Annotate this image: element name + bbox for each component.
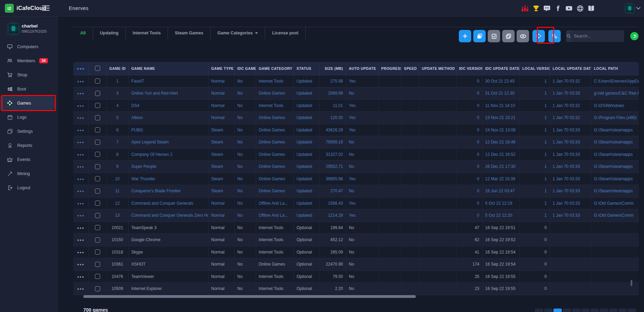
row-actions-menu[interactable]: ●●● — [73, 270, 88, 283]
sidebar-item-logs[interactable]: Logs — [0, 110, 55, 124]
table-row[interactable]: ●●●10150Google ChromeNormalNoInternet To… — [73, 234, 639, 246]
column-header-size_mb[interactable]: SIZE (MB) — [319, 62, 346, 75]
cell-game_name[interactable]: TeamViewer — [128, 270, 208, 283]
sidebar-item-members[interactable]: Members 34 — [0, 54, 55, 68]
row-checkbox[interactable] — [95, 115, 100, 120]
facebook-icon[interactable] — [554, 4, 562, 12]
sidebar-item-games[interactable]: Games — [0, 96, 55, 110]
table-row[interactable]: ●●●13Command and Conquer Generals Zero H… — [73, 209, 639, 222]
game-gears-button[interactable] — [548, 30, 561, 42]
table-row[interactable]: ●●●3Online-Yuri and Red AlertNormalNoOnl… — [73, 87, 639, 100]
user-menu[interactable] — [626, 0, 641, 17]
sidebar-item-shop[interactable]: Shop — [0, 68, 55, 82]
column-header-local_path[interactable]: LOCAL PATH — [591, 62, 639, 75]
table-row[interactable]: ●●●5AlbionNormalNoOnline GamesUpdated120… — [73, 112, 639, 124]
row-actions-menu[interactable]: ●●● — [73, 222, 88, 234]
sidebar-item-logout[interactable]: Logout — [0, 181, 55, 195]
pagination-page[interactable] — [572, 309, 580, 312]
row-checkbox[interactable] — [95, 274, 100, 279]
row-checkbox[interactable] — [95, 225, 100, 230]
column-header-idc_update_date[interactable]: IDC UPDATE DATE — [482, 62, 519, 75]
row-checkbox[interactable] — [95, 189, 100, 194]
column-header-local_version[interactable]: LOCAL VERSION — [519, 62, 550, 75]
row-actions-menu[interactable]: ●●● — [73, 246, 88, 258]
copy-button[interactable] — [473, 30, 486, 42]
column-header-game_id[interactable]: GAME ID — [106, 62, 128, 75]
row-actions-menu[interactable]: ●●● — [73, 234, 88, 246]
row-actions-menu[interactable]: ●●● — [73, 75, 88, 87]
cell-game_name[interactable]: PUBG — [128, 124, 208, 136]
table-row[interactable]: ●●●8Company Of Heroes 2SteamNoOnline Gam… — [73, 148, 639, 161]
table-row[interactable]: ●●●10021TeamSpeak 3NormalNoInternet Tool… — [73, 222, 639, 234]
discord-icon[interactable] — [543, 4, 551, 12]
sidebar-item-boot[interactable]: Boot — [0, 82, 55, 96]
row-actions-menu[interactable]: ●●● — [73, 87, 88, 100]
row-checkbox[interactable] — [95, 249, 100, 255]
table-row[interactable]: ●●●10War ThunderSteamNoOnline GamesUpdat… — [73, 173, 639, 185]
cell-game_name[interactable]: Command and Conquer Generals Zero Hour — [128, 209, 208, 222]
sidebar-item-settings[interactable]: Settings — [0, 124, 55, 138]
header-select-all[interactable] — [88, 62, 106, 75]
row-actions-menu[interactable]: ●●● — [73, 124, 88, 136]
column-header-progress[interactable]: PROGRESS — [378, 62, 401, 75]
column-header-local_update_date[interactable]: LOCAL UPDATE DATE — [550, 62, 591, 75]
header-actions[interactable]: ●●● — [73, 62, 88, 75]
cell-game_name[interactable]: Conqueror's Blade Frontier — [128, 185, 208, 197]
search-input[interactable] — [571, 34, 632, 39]
horizontal-scrollbar[interactable] — [83, 295, 416, 298]
pagination-page[interactable] — [609, 309, 617, 312]
tab-license-pool[interactable]: License pool — [265, 27, 305, 39]
row-checkbox[interactable] — [95, 140, 100, 145]
cell-game_name[interactable]: Internet Explorer — [128, 283, 208, 295]
add-button[interactable] — [459, 30, 471, 42]
guide-book-icon[interactable] — [587, 4, 595, 12]
cell-game_name[interactable]: FaceIT — [128, 75, 208, 87]
cell-game_name[interactable]: War Thunder — [128, 173, 208, 185]
cell-game_name[interactable]: TeamSpeak 3 — [128, 222, 208, 234]
pagination-page[interactable] — [628, 309, 636, 312]
sidebar-item-mining[interactable]: Mining — [0, 166, 55, 181]
row-checkbox[interactable] — [95, 78, 100, 84]
duplicate-button[interactable] — [502, 30, 515, 42]
ranking-icon[interactable] — [521, 4, 529, 12]
table-row[interactable]: ●●●10509Internet ExplorerNormalNoInterne… — [73, 283, 639, 295]
youtube-icon[interactable] — [565, 4, 573, 12]
pagination-page[interactable] — [535, 309, 543, 312]
row-actions-menu[interactable]: ●●● — [73, 197, 88, 209]
table-row[interactable]: ●●●10476TeamViewerNormalNoInternet Tools… — [73, 270, 639, 283]
table-row[interactable]: ●●●4DS4NormalNoInternet ToolsUpdated11.0… — [73, 99, 639, 112]
tab-game-categories[interactable]: Game Categories — [211, 27, 265, 39]
sidebar-item-reports[interactable]: Reports — [0, 138, 55, 152]
game-diamond-button[interactable] — [532, 30, 545, 42]
cell-game_name[interactable]: Skype — [128, 246, 208, 258]
cell-game_name[interactable]: Google Chrome — [128, 234, 208, 246]
cell-game_name[interactable]: DS4 — [128, 99, 208, 112]
row-actions-menu[interactable]: ●●● — [73, 161, 88, 173]
cell-game_name[interactable]: Super People — [128, 161, 208, 173]
tab-all[interactable]: All — [73, 27, 93, 39]
column-header-idc_game[interactable]: IDC GAME — [234, 62, 256, 75]
row-checkbox[interactable] — [95, 237, 100, 243]
row-actions-menu[interactable]: ●●● — [73, 258, 88, 271]
cell-game_name[interactable]: Online-Yuri and Red Alert — [128, 87, 208, 100]
column-header-status[interactable]: STATUS — [294, 62, 319, 75]
row-checkbox[interactable] — [95, 201, 100, 206]
column-header-speed[interactable]: SPEED — [401, 62, 419, 75]
globe-icon[interactable] — [576, 4, 584, 12]
cell-game_name[interactable]: Command and Conquer Generals — [128, 197, 208, 209]
row-checkbox[interactable] — [95, 262, 100, 267]
row-checkbox[interactable] — [95, 176, 100, 181]
row-checkbox[interactable] — [95, 286, 100, 291]
select-all-checkbox[interactable] — [95, 66, 100, 71]
tab-steam-games[interactable]: Steam Games — [168, 27, 211, 39]
pagination-page[interactable] — [591, 309, 599, 312]
vertical-scrollbar[interactable] — [631, 280, 632, 286]
row-actions-menu[interactable]: ●●● — [73, 148, 88, 161]
table-row[interactable]: ●●●11Conqueror's Blade FrontierSteamNoOn… — [73, 185, 639, 197]
pagination-page[interactable] — [619, 309, 627, 312]
sidebar-item-events[interactable]: Events — [0, 152, 55, 166]
column-header-auto_update[interactable]: AUTO UPDATE — [346, 62, 378, 75]
row-actions-menu[interactable]: ●●● — [73, 283, 88, 295]
cell-game_name[interactable]: Apex Legend Steam — [128, 136, 208, 149]
region-icon[interactable] — [630, 32, 638, 40]
